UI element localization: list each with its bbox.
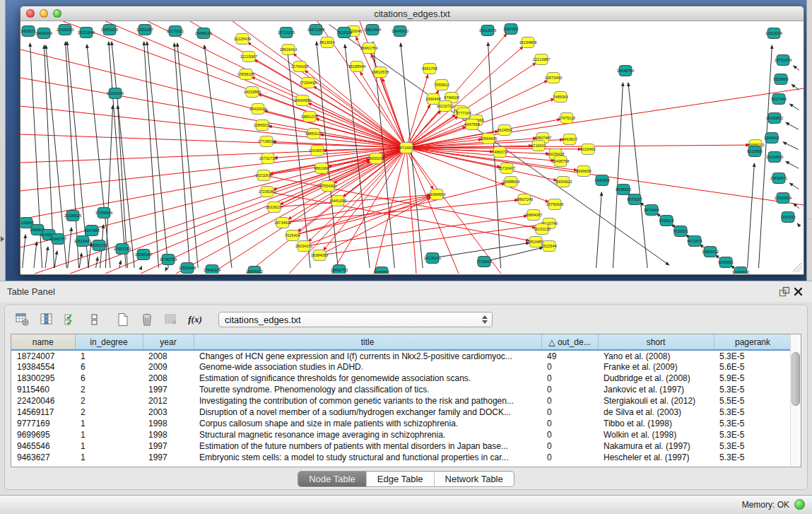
tab-network-table[interactable]: Network Table (434, 472, 514, 486)
column-header-name[interactable]: name (11, 334, 75, 350)
graph-node[interactable]: 6216001 (531, 141, 546, 151)
table-cell[interactable]: 5.3E-5 (714, 418, 792, 429)
table-cell[interactable]: 49 (541, 350, 598, 361)
table-cell[interactable]: 6 (75, 361, 143, 373)
table-cell[interactable]: 1998 (143, 418, 194, 429)
graph-node[interactable]: 15823404 (364, 25, 381, 35)
zoom-window-button[interactable] (53, 9, 61, 18)
expand-panel-arrow-icon[interactable] (1, 236, 4, 242)
tab-edge-table[interactable]: Edge Table (366, 472, 434, 486)
graph-node[interactable]: 7625404 (285, 230, 300, 241)
table-cell[interactable]: 5.3E-5 (714, 452, 792, 463)
table-cell[interactable]: 9465546 (11, 440, 75, 452)
graph-node[interactable]: 16154808 (519, 37, 536, 48)
table-row[interactable]: 977716911998Corpus callosum shape and si… (11, 418, 792, 429)
table-cell[interactable]: 2003 (143, 407, 194, 418)
graph-node[interactable]: 12942757 (49, 234, 66, 245)
graph-node[interactable]: 18853129 (305, 129, 322, 139)
graph-node[interactable]: 9861990 (314, 163, 329, 174)
table-cell[interactable]: Jankovic et al. (1997) (598, 384, 714, 395)
table-row[interactable]: 946554611997Estimation of the future num… (11, 440, 792, 452)
table-cell[interactable]: 0 (541, 407, 598, 418)
network-window-titlebar[interactable]: citations_edges.txt (20, 6, 804, 21)
graph-node[interactable]: 17858106 (237, 69, 254, 80)
table-cell[interactable]: 2 (75, 395, 143, 407)
scrollbar-thumb[interactable] (792, 352, 800, 406)
graph-node[interactable]: 9699695 (576, 166, 591, 177)
graph-node[interactable]: 18384059 (311, 250, 328, 261)
column-settings-icon[interactable] (13, 310, 32, 329)
graph-node[interactable]: 20731713 (259, 153, 276, 164)
new-table-icon[interactable] (114, 310, 132, 329)
delete-table-icon-disabled[interactable] (162, 310, 180, 329)
table-row[interactable]: 1938455462009Genome-wide association stu… (11, 361, 792, 373)
table-cell[interactable]: de Silva et al. (2003) (598, 407, 714, 418)
graph-node[interactable]: 17235361 (259, 187, 276, 197)
table-cell[interactable]: Estimation of the future numbers of pati… (194, 440, 541, 452)
control-panel-collapsed-strip[interactable] (0, 0, 6, 281)
graph-node[interactable]: 9115460 (580, 144, 595, 155)
graph-node[interactable]: 17975115 (558, 113, 575, 124)
table-cell[interactable]: 2 (75, 384, 143, 395)
graph-node[interactable]: 2405572 (20, 26, 35, 37)
graph-node[interactable]: 16671358 (307, 25, 324, 35)
graph-node[interactable]: 7955812 (434, 80, 449, 90)
table-cell[interactable]: 0 (541, 384, 598, 395)
graph-node[interactable]: 19251846 (78, 28, 95, 38)
table-vertical-scrollbar[interactable] (790, 334, 801, 467)
table-cell[interactable]: Wolkin et al. (1998) (598, 429, 714, 440)
graph-node[interactable]: 20884067 (525, 210, 542, 221)
graph-node[interactable]: 6497568 (464, 119, 479, 130)
graph-node[interactable]: 1733426 (476, 257, 491, 267)
graph-node[interactable]: 16210722 (437, 101, 454, 112)
table-row[interactable]: 1830029562008Estimation of significance … (11, 373, 792, 384)
graph-node[interactable]: 18724007 (398, 143, 415, 153)
column-header-title[interactable]: title (194, 334, 541, 350)
graph-node[interactable]: 18807249 (516, 194, 533, 205)
graph-node[interactable]: 12923448 (179, 263, 196, 274)
graph-node[interactable]: 17554300 (319, 181, 336, 192)
close-panel-button[interactable] (791, 285, 805, 299)
table-cell[interactable]: 1 (75, 452, 143, 463)
table-cell[interactable]: Investigating the contribution of common… (194, 395, 541, 407)
graph-node[interactable]: 10688609 (502, 177, 519, 187)
graph-node[interactable]: 10973493 (545, 73, 562, 83)
column-header-year[interactable]: year (143, 334, 194, 350)
table-cell[interactable]: Estimation of significance thresholds fo… (194, 373, 541, 384)
table-cell[interactable]: Tibbo et al. (1998) (598, 418, 714, 429)
column-header-short[interactable]: short (598, 334, 714, 350)
table-selector[interactable]: citations_edges.txt (218, 312, 493, 327)
graph-node[interactable]: 15692971 (770, 173, 787, 184)
graph-node[interactable]: 12213987 (533, 54, 550, 65)
graph-node[interactable]: 16461099 (329, 196, 346, 206)
delete-trash-icon[interactable] (138, 310, 156, 329)
minimize-window-button[interactable] (40, 9, 48, 18)
graph-node[interactable]: 12764103 (291, 62, 308, 72)
graph-node[interactable]: 16495758 (552, 156, 569, 167)
graph-node[interactable]: 16954312 (246, 267, 263, 274)
table-cell[interactable]: Stergiakouli et al. (2012) (598, 395, 714, 407)
graph-node[interactable]: 6879197 (627, 194, 642, 205)
close-window-button[interactable] (26, 9, 35, 18)
graph-node[interactable]: 9935882 (374, 267, 389, 274)
table-cell[interactable]: Hescheler et al. (1997) (598, 452, 714, 463)
graph-node[interactable]: 17957253 (114, 244, 131, 255)
graph-node[interactable]: 8938923 (616, 185, 630, 195)
table-cell[interactable]: 22420046 (11, 395, 75, 407)
table-cell[interactable]: Embryonic stem cells: a model to study s… (194, 452, 541, 463)
graph-node[interactable]: 18616413 (280, 45, 297, 55)
graph-node[interactable]: 17254419 (300, 78, 317, 88)
graph-node[interactable]: 6961758 (422, 64, 437, 74)
graph-node[interactable]: 20053346 (107, 88, 124, 99)
table-cell[interactable]: 1998 (143, 429, 194, 440)
window-resize-grip[interactable] (793, 263, 802, 272)
table-cell[interactable]: Tourette syndrome. Phenomenology and cla… (194, 384, 541, 395)
table-cell[interactable]: Changes of HCN gene expression and I(f) … (194, 350, 541, 361)
graph-node[interactable]: 9329966 (773, 74, 788, 85)
table-row[interactable]: 969969511998Structural magnetic resonanc… (11, 429, 792, 440)
table-cell[interactable]: 14569117 (11, 407, 75, 418)
graph-node[interactable]: 9463627 (562, 134, 577, 145)
table-cell[interactable]: 2 (75, 407, 143, 418)
graph-node[interactable]: 10719155 (278, 28, 295, 38)
table-cell[interactable]: 0 (541, 418, 598, 429)
